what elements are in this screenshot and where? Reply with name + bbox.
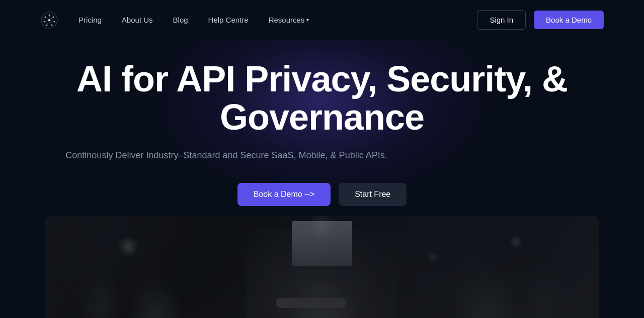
book-demo-nav-button[interactable]: Book a Demo bbox=[534, 11, 604, 29]
nav-link-about-us[interactable]: About Us bbox=[122, 16, 153, 24]
svg-line-10 bbox=[49, 17, 53, 20]
hero-subtitle: Continously Deliver Industry–Standard an… bbox=[45, 148, 408, 163]
hero-image bbox=[45, 216, 599, 318]
start-free-button[interactable]: Start Free bbox=[339, 183, 407, 206]
resources-label: Resources bbox=[269, 16, 305, 24]
sign-in-button[interactable]: Sign In bbox=[477, 10, 526, 30]
hero-image-overlay bbox=[45, 216, 599, 318]
logo[interactable] bbox=[40, 11, 58, 29]
hero-content: AI for API Privacy, Security, & Governan… bbox=[45, 60, 599, 206]
nav-links: Pricing About Us Blog Help Centre Resour… bbox=[78, 16, 309, 24]
navbar: Pricing About Us Blog Help Centre Resour… bbox=[0, 0, 644, 40]
nav-link-blog[interactable]: Blog bbox=[173, 16, 188, 24]
nav-link-help-centre[interactable]: Help Centre bbox=[208, 16, 249, 24]
nav-link-resources[interactable]: Resources ▾ bbox=[269, 16, 309, 24]
chevron-down-icon: ▾ bbox=[306, 17, 309, 23]
svg-line-15 bbox=[45, 17, 49, 20]
book-demo-hero-button[interactable]: Book a Demo --> bbox=[237, 183, 331, 206]
navbar-right: Sign In Book a Demo bbox=[477, 10, 604, 30]
navbar-left: Pricing About Us Blog Help Centre Resour… bbox=[40, 11, 309, 29]
hero-section: AI for API Privacy, Security, & Governan… bbox=[0, 40, 644, 216]
nav-link-pricing[interactable]: Pricing bbox=[78, 16, 102, 24]
hero-buttons: Book a Demo --> Start Free bbox=[45, 183, 599, 206]
hero-title: AI for API Privacy, Security, & Governan… bbox=[45, 60, 599, 136]
